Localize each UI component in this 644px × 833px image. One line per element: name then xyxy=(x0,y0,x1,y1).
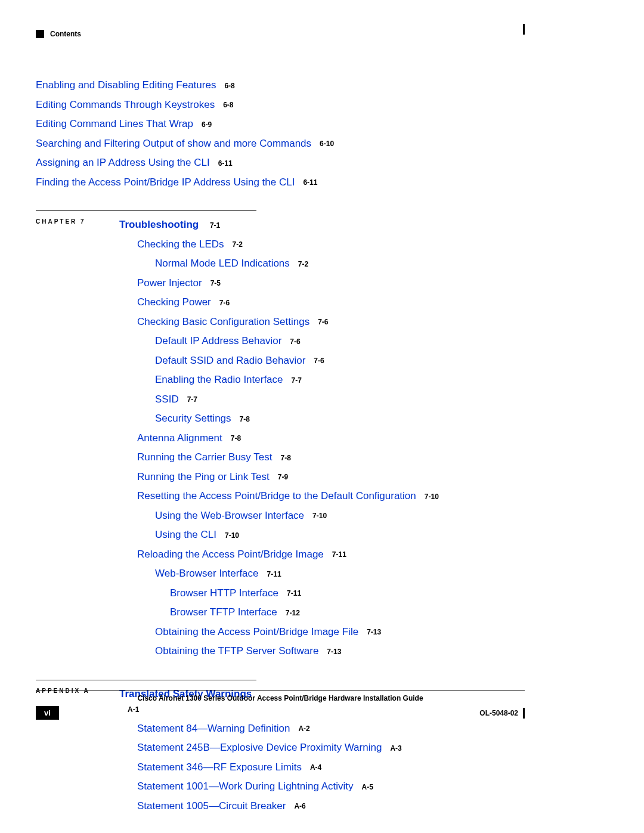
toc-link[interactable]: Security Settings xyxy=(155,413,231,424)
page-ref: 6-9 xyxy=(202,120,212,129)
page-ref: 7-7 xyxy=(187,395,197,404)
toc-link[interactable]: Statement 346—RF Exposure Limits xyxy=(137,761,302,773)
toc-entry: Obtaining the Access Point/Bridge Image … xyxy=(155,624,525,640)
toc-entry: Running the Carrier Busy Test7-8 xyxy=(137,450,525,465)
toc-entry: Normal Mode LED Indications7-2 xyxy=(155,256,525,271)
page-ref: 7-5 xyxy=(210,279,221,287)
toc-link[interactable]: Statement 84—Warning Definition xyxy=(137,723,290,734)
page-ref: 6-11 xyxy=(218,159,233,168)
chapter-title-row: Troubleshooting 7-1 xyxy=(119,217,256,233)
toc-entry: Using the CLI7-10 xyxy=(155,527,525,543)
chapter-7-section: CHAPTER 7 Troubleshooting 7-1 xyxy=(36,210,256,233)
toc-link[interactable]: Default SSID and Radio Behavior xyxy=(155,355,305,366)
page-ref: 7-6 xyxy=(318,318,328,326)
toc-link[interactable]: Assigning an IP Address Using the CLI xyxy=(36,157,210,168)
toc-link[interactable]: Using the Web-Browser Interface xyxy=(155,510,304,521)
footer-right: OL-5048-02 xyxy=(479,708,525,719)
toc-link[interactable]: Running the Ping or Link Test xyxy=(137,471,270,482)
toc-entry: Editing Commands Through Keystrokes6-8 xyxy=(36,97,525,113)
toc-link[interactable]: Searching and Filtering Output of show a… xyxy=(36,138,311,149)
page-ref: 7-11 xyxy=(332,550,346,559)
block1: Enabling and Disabling Editing Features6… xyxy=(36,78,525,190)
page-ref: A-4 xyxy=(310,763,321,772)
toc-entry: Antenna Alignment7-8 xyxy=(137,431,525,446)
toc-link[interactable]: Running the Carrier Busy Test xyxy=(137,451,272,463)
toc-link[interactable]: Reloading the Access Point/Bridge Image xyxy=(137,549,324,560)
page-ref: A-5 xyxy=(362,783,373,791)
toc-entry: Checking Power7-6 xyxy=(137,295,525,310)
toc-entry: Finding the Access Point/Bridge IP Addre… xyxy=(36,175,525,190)
toc-link[interactable]: Statement 245B—Explosive Device Proximit… xyxy=(137,742,382,753)
toc-link[interactable]: Obtaining the Access Point/Bridge Image … xyxy=(155,626,358,637)
toc-entry: Security Settings7-8 xyxy=(155,411,525,426)
toc-link[interactable]: Editing Command Lines That Wrap xyxy=(36,118,193,129)
toc-link[interactable]: Web-Browser Interface xyxy=(155,568,259,579)
toc-link[interactable]: Resetting the Access Point/Bridge to the… xyxy=(137,490,416,501)
toc-entry: Checking Basic Configuration Settings7-6 xyxy=(137,314,525,330)
toc-entry: Assigning an IP Address Using the CLI6-1… xyxy=(36,155,525,171)
toc-entry: Browser TFTP Interface7-12 xyxy=(170,605,525,620)
toc-link[interactable]: Checking the LEDs xyxy=(137,239,224,250)
toc-entry: Searching and Filtering Output of show a… xyxy=(36,136,525,151)
toc-link[interactable]: Finding the Access Point/Bridge IP Addre… xyxy=(36,176,295,188)
page-ref: 7-6 xyxy=(314,357,324,365)
toc-link[interactable]: Browser HTTP Interface xyxy=(170,587,278,599)
page-ref: 7-11 xyxy=(287,589,301,597)
toc-link[interactable]: Antenna Alignment xyxy=(137,432,222,444)
toc-entry: Obtaining the TFTP Server Software7-13 xyxy=(155,643,525,659)
page-ref: 7-8 xyxy=(240,415,250,423)
chapter-7-items: Checking the LEDs7-2Normal Mode LED Indi… xyxy=(36,237,525,659)
toc-entry: Statement 1001—Work During Lightning Act… xyxy=(137,779,525,794)
toc-entry: Browser HTTP Interface7-11 xyxy=(170,586,525,601)
toc-entry: Resetting the Access Point/Bridge to the… xyxy=(137,488,525,504)
page-ref: 7-2 xyxy=(298,260,308,268)
page-ref: 7-12 xyxy=(286,609,300,617)
toc-link[interactable]: Obtaining the TFTP Server Software xyxy=(155,645,318,657)
chapter-7-ref: 7-1 xyxy=(210,221,220,230)
toc-link[interactable]: Enabling and Disabling Editing Features xyxy=(36,79,216,91)
footer-doc-title: Cisco Aironet 1300 Series Outdoor Access… xyxy=(36,694,525,702)
page-ref: 7-8 xyxy=(280,454,290,462)
footer-right-marker-icon xyxy=(523,708,525,719)
toc-link[interactable]: Checking Power xyxy=(137,296,211,308)
toc-link[interactable]: Default IP Address Behavior xyxy=(155,335,281,346)
footer-bar: vi OL-5048-02 xyxy=(36,706,525,720)
toc-link[interactable]: Statement 1001—Work During Lightning Act… xyxy=(137,781,354,792)
page-ref: 7-11 xyxy=(267,570,281,578)
page-ref: 7-9 xyxy=(278,473,288,481)
toc-entry: Enabling the Radio Interface7-7 xyxy=(155,372,525,388)
toc-link[interactable]: Power Injector xyxy=(137,277,202,289)
top-right-marker xyxy=(523,24,525,35)
page-ref: A-2 xyxy=(298,724,309,733)
toc-link[interactable]: Checking Basic Configuration Settings xyxy=(137,316,309,327)
toc-link[interactable]: Normal Mode LED Indications xyxy=(155,258,290,269)
header-marker-icon xyxy=(36,30,44,38)
page-footer: Cisco Aironet 1300 Series Outdoor Access… xyxy=(36,690,525,720)
toc-link[interactable]: Enabling the Radio Interface xyxy=(155,374,283,385)
toc-entry: Statement 84—Warning DefinitionA-2 xyxy=(137,721,525,736)
toc-link[interactable]: SSID xyxy=(155,394,179,405)
toc-entry: Editing Command Lines That Wrap6-9 xyxy=(36,116,525,132)
toc-link[interactable]: Statement 1005—Circuit Breaker xyxy=(137,800,286,812)
toc-entry: Reloading the Access Point/Bridge Image7… xyxy=(137,547,525,562)
toc-entry: Checking the LEDs7-2 xyxy=(137,237,525,252)
toc-entry: Using the Web-Browser Interface7-10 xyxy=(155,508,525,524)
page-ref: 7-10 xyxy=(425,493,439,501)
page-number: vi xyxy=(36,706,59,720)
page-ref: 7-7 xyxy=(292,376,302,385)
chapter-7-title[interactable]: Troubleshooting xyxy=(119,219,199,230)
toc-entry: Power Injector7-5 xyxy=(137,275,525,291)
page-header: Contents xyxy=(36,30,81,38)
page-ref: A-6 xyxy=(294,802,305,810)
toc-entry: Statement 1005—Circuit BreakerA-6 xyxy=(137,798,525,814)
toc-entry: Enabling and Disabling Editing Features6… xyxy=(36,78,525,93)
toc-entry: SSID7-7 xyxy=(155,392,525,407)
page-ref: 6-8 xyxy=(224,82,234,90)
page-ref: 7-8 xyxy=(231,434,241,442)
page-ref: 6-8 xyxy=(223,101,233,109)
toc-link[interactable]: Editing Commands Through Keystrokes xyxy=(36,99,215,110)
toc-link[interactable]: Browser TFTP Interface xyxy=(170,606,277,618)
toc-entry: Default SSID and Radio Behavior7-6 xyxy=(155,353,525,368)
toc-link[interactable]: Using the CLI xyxy=(155,529,216,540)
toc-entry: Web-Browser Interface7-11 xyxy=(155,566,525,581)
